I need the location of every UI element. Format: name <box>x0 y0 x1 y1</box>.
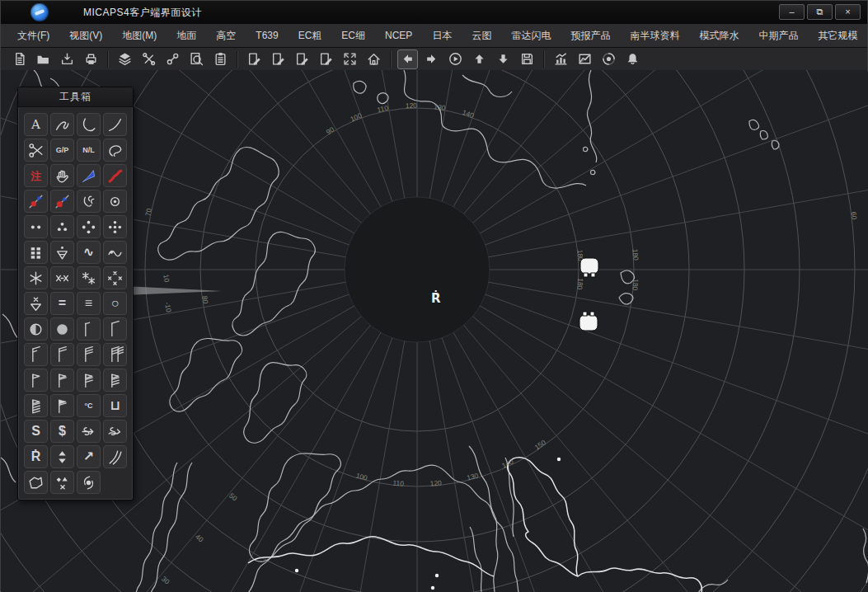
tool-barb-1-half[interactable] <box>24 343 48 366</box>
nav-down-icon[interactable] <box>493 49 514 69</box>
cyclone-icon[interactable] <box>598 49 619 69</box>
tool-pen-tool[interactable] <box>50 113 74 136</box>
tool-s-tool[interactable]: S <box>24 420 48 443</box>
nav-up-icon[interactable] <box>469 49 490 69</box>
fit-screen-icon[interactable] <box>340 49 360 69</box>
menu-item[interactable]: 日本 <box>422 24 462 47</box>
tool-dots-3[interactable] <box>50 215 74 238</box>
menu-item[interactable]: 预报产品 <box>561 24 620 47</box>
tool-r-dot-tool[interactable]: Ṙ <box>24 445 48 468</box>
tool-s-arrow[interactable] <box>77 420 101 443</box>
tool-up-down[interactable] <box>50 445 74 468</box>
menu-item[interactable]: EC粗 <box>289 24 332 47</box>
bell-icon[interactable] <box>622 49 643 69</box>
tool-snowflake[interactable] <box>24 266 48 289</box>
tool-flag-blue[interactable] <box>77 164 101 187</box>
tool-barb-flag-2[interactable] <box>77 369 101 392</box>
tool-barb-1[interactable] <box>103 317 127 341</box>
tool-warm-front[interactable] <box>103 164 127 187</box>
edit-document-3-icon[interactable] <box>292 49 312 69</box>
tool-dots-2[interactable] <box>24 215 48 238</box>
tool-snow-double[interactable] <box>77 266 101 289</box>
menu-item[interactable]: 其它规模 <box>808 24 867 47</box>
tool-wave[interactable]: ∿ <box>77 241 101 264</box>
tool-barb-3-double[interactable] <box>103 343 127 366</box>
toolbox-title[interactable]: 工具箱 <box>18 87 133 107</box>
tool-s-arrow-2[interactable] <box>103 420 127 443</box>
toolbox-panel[interactable]: 工具箱 AG/PN/L注∿=≡○°C⊔S$Ṙ↗ <box>17 87 134 500</box>
tool-barb-flag-4[interactable] <box>24 394 48 417</box>
play-animation-icon[interactable] <box>445 49 466 69</box>
tool-barb-3[interactable] <box>77 343 101 366</box>
tool-occluded-front-1[interactable] <box>24 190 48 213</box>
tool-dollar-tool[interactable]: $ <box>50 420 74 443</box>
tool-annotate[interactable]: 注 <box>24 164 48 187</box>
tool-occluded-front-2[interactable] <box>50 190 74 213</box>
tool-dots-5[interactable] <box>103 215 127 238</box>
menu-item[interactable]: T639 <box>246 24 288 47</box>
tool-barb-2[interactable] <box>50 343 74 366</box>
tool-barb-flag-1[interactable] <box>50 369 74 392</box>
menu-item[interactable]: 中期产品 <box>748 24 808 47</box>
tool-curve-tool[interactable] <box>103 113 127 136</box>
menu-item[interactable]: 南半球资料 <box>620 24 689 47</box>
tool-double-curve[interactable] <box>103 445 127 468</box>
menu-item[interactable]: 雷达闪电 <box>501 24 561 47</box>
menu-item[interactable]: 地面 <box>167 24 206 47</box>
menu-item[interactable]: 模式降水 <box>689 24 748 47</box>
chart-icon[interactable] <box>551 49 571 69</box>
menu-item[interactable]: 文件(F) <box>7 24 59 47</box>
tool-arc-tool[interactable] <box>77 113 101 136</box>
home-icon[interactable] <box>364 49 384 69</box>
tool-ne-arrow[interactable]: ↗ <box>77 445 101 468</box>
tool-bracket-tool[interactable]: ⊔ <box>103 394 127 417</box>
layers-icon[interactable] <box>115 49 135 69</box>
new-document-icon[interactable] <box>9 49 30 69</box>
menu-item[interactable]: 视图(V) <box>59 24 112 47</box>
clipboard-icon[interactable] <box>210 49 231 69</box>
tool-triangle-dot[interactable] <box>50 241 74 264</box>
tool-typhoon-tool[interactable] <box>77 471 101 494</box>
tool-polygon-tool[interactable] <box>24 471 48 494</box>
tool-snow-cross[interactable] <box>50 266 74 289</box>
tool-scatter-tool[interactable] <box>50 471 74 494</box>
edit-document-1-icon[interactable] <box>244 49 265 69</box>
open-folder-icon[interactable] <box>33 49 54 69</box>
tool-text-tool[interactable]: A <box>24 113 48 136</box>
tool-circle[interactable]: ○ <box>103 292 127 315</box>
save-disk-icon[interactable] <box>517 49 537 69</box>
restore-button[interactable]: ⧉ <box>807 4 833 20</box>
tool-dots-4[interactable] <box>77 215 101 238</box>
edit-document-2-icon[interactable] <box>268 49 289 69</box>
menu-item[interactable]: 云图 <box>462 24 501 47</box>
menu-item[interactable]: NCEP <box>375 24 422 47</box>
link-icon[interactable] <box>162 49 183 69</box>
nav-back-icon[interactable] <box>397 49 418 69</box>
tool-hand[interactable] <box>50 164 74 187</box>
chart-overlay-icon[interactable] <box>575 49 595 69</box>
tool-barb-flag-3[interactable] <box>103 369 127 392</box>
tool-hail[interactable] <box>24 292 48 315</box>
minimize-button[interactable]: – <box>779 4 805 20</box>
menu-item[interactable]: 地图(M) <box>112 24 167 47</box>
menu-item[interactable]: EC细 <box>331 24 375 47</box>
tool-filled-circle[interactable] <box>50 317 74 341</box>
tool-nl-tool[interactable]: N/L <box>77 139 101 162</box>
tool-circle-dot[interactable] <box>103 190 127 213</box>
zoom-document-icon[interactable] <box>186 49 207 69</box>
print-icon[interactable] <box>81 49 101 69</box>
tool-snow-diamond[interactable] <box>103 266 127 289</box>
tool-equals[interactable]: = <box>50 292 74 315</box>
tool-triple-bar[interactable]: ≡ <box>77 292 101 315</box>
edit-document-4-icon[interactable] <box>316 49 336 69</box>
tool-wave-dot[interactable] <box>103 241 127 264</box>
tool-temperature-c[interactable]: °C <box>77 394 101 417</box>
tool-barb-half[interactable] <box>77 317 101 341</box>
tool-barb-pennant[interactable] <box>50 394 74 417</box>
tool-squares-grid[interactable] <box>24 241 48 264</box>
import-data-icon[interactable] <box>57 49 77 69</box>
tool-barb-flag[interactable] <box>24 369 48 392</box>
tools-icon[interactable] <box>138 49 159 69</box>
menu-item[interactable]: 高空 <box>206 24 246 47</box>
tool-half-circle[interactable] <box>24 317 48 341</box>
